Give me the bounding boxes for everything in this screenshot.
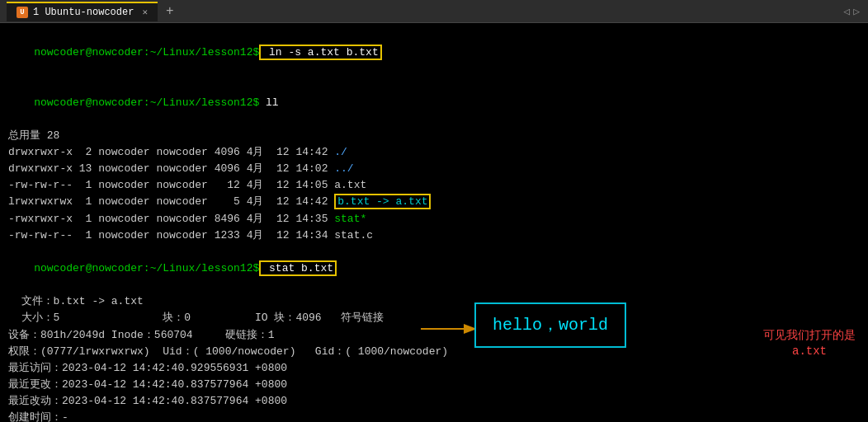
prompt-10: nowcoder@nowcoder:~/Linux/lesson12$: [34, 262, 259, 274]
line-16: 最近更改：2023-04-12 14:42:40.837577964 +0800: [8, 377, 860, 393]
line-7-link: b.txt -> a.txt: [334, 194, 431, 209]
line-14-text: 权限：(0777/lrwxrwxrwx) Uid：( 1000/nowcoder…: [8, 345, 448, 358]
nav-right-icon[interactable]: ▷: [853, 5, 860, 18]
line-7-text: lrwxrwxrwx 1 nowcoder nowcoder 5 4月 12 1…: [8, 195, 334, 208]
titlebar: U 1 Ubuntu-nowcoder ✕ + ◁ ▷: [0, 0, 868, 23]
line-17-text: 最近改动：2023-04-12 14:42:40.837577964 +0800: [8, 395, 287, 407]
line-10: nowcoder@nowcoder:~/Linux/lesson12$ stat…: [8, 244, 860, 293]
line-2: nowcoder@nowcoder:~/Linux/lesson12$ ll: [8, 77, 860, 127]
line-6: -rw-rw-r-- 1 nowcoder nowcoder 12 4月 12 …: [8, 177, 860, 194]
terminal-tab-label: 1 Ubuntu-nowcoder: [33, 7, 134, 18]
tab-close-icon[interactable]: ✕: [142, 7, 148, 17]
prompt-1: nowcoder@nowcoder:~/Linux/lesson12$: [34, 46, 259, 59]
prompt-2: nowcoder@nowcoder:~/Linux/lesson12$: [34, 96, 259, 109]
line-18: 创建时间：-: [8, 410, 860, 422]
line-4: drwxrwxr-x 2 nowcoder nowcoder 4096 4月 1…: [8, 144, 860, 161]
annotation-line1: 可见我们打开的是: [763, 329, 856, 342]
cmd-1: ln -s a.txt b.txt: [259, 45, 381, 60]
cmd-2: ll: [259, 96, 278, 109]
line-12-text: 大小：5 块：0 IO 块：4096 符号链接: [8, 312, 384, 324]
line-8: -rwxrwxr-x 1 nowcoder nowcoder 8496 4月 1…: [8, 211, 860, 227]
terminal-area[interactable]: nowcoder@nowcoder:~/Linux/lesson12$ ln -…: [0, 23, 868, 422]
line-6-text: -rw-rw-r-- 1 nowcoder nowcoder 12 4月 12 …: [8, 179, 366, 191]
line-3-text: 总用量 28: [8, 129, 59, 142]
line-18-text: 创建时间：-: [8, 411, 68, 422]
cmd-10: stat b.txt: [259, 260, 337, 276]
hello-world-text: hello，world: [493, 316, 608, 335]
annotation-line2: a.txt: [792, 345, 827, 358]
line-4-text: drwxrwxr-x 2 nowcoder nowcoder 4096 4月 1…: [8, 146, 334, 158]
nav-left-icon[interactable]: ◁: [843, 5, 850, 18]
line-9: -rw-rw-r-- 1 nowcoder nowcoder 1233 4月 1…: [8, 227, 860, 244]
line-5: drwxrwxr-x 13 nowcoder nowcoder 4096 4月 …: [8, 161, 860, 177]
line-11-text: 文件：b.txt -> a.txt: [8, 295, 144, 307]
terminal-tab[interactable]: U 1 Ubuntu-nowcoder ✕: [7, 2, 158, 21]
line-17: 最近改动：2023-04-12 14:42:40.837577964 +0800: [8, 393, 860, 410]
line-8-text: -rwxrwxr-x 1 nowcoder nowcoder 8496 4月 1…: [8, 213, 334, 225]
hello-world-box: hello，world: [474, 302, 626, 348]
line-9-text: -rw-rw-r-- 1 nowcoder nowcoder 1233 4月 1…: [8, 229, 373, 241]
new-tab-button[interactable]: +: [161, 4, 179, 19]
line-3: 总用量 28: [8, 128, 860, 144]
line-11: 文件：b.txt -> a.txt: [8, 293, 860, 310]
terminal-tab-icon: U: [17, 7, 28, 18]
line-1: nowcoder@nowcoder:~/Linux/lesson12$ ln -…: [8, 28, 860, 77]
annotation-text: 可见我们打开的是 a.txt: [763, 328, 856, 360]
line-5-dir: ../: [334, 162, 353, 175]
line-13-text: 设备：801h/2049d Inode：560704 硬链接：1: [8, 329, 274, 341]
line-16-text: 最近更改：2023-04-12 14:42:40.837577964 +0800: [8, 378, 287, 391]
line-15-text: 最近访问：2023-04-12 14:42:40.929556931 +0800: [8, 362, 287, 374]
line-15: 最近访问：2023-04-12 14:42:40.929556931 +0800: [8, 360, 860, 377]
nav-arrows: ◁ ▷: [843, 5, 860, 18]
line-14: 权限：(0777/lrwxrwxrwx) Uid：( 1000/nowcoder…: [8, 344, 860, 360]
line-5-text: drwxrwxr-x 13 nowcoder nowcoder 4096 4月 …: [8, 162, 334, 175]
line-7: lrwxrwxrwx 1 nowcoder nowcoder 5 4月 12 1…: [8, 194, 860, 210]
line-8-exec: stat*: [334, 213, 366, 225]
line-4-dir: ./: [334, 146, 347, 158]
